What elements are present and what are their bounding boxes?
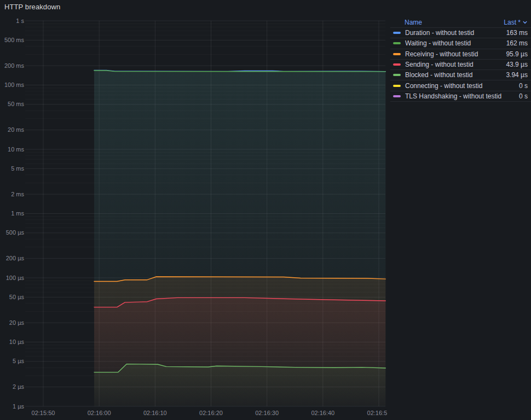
y-axis-labels: 1 s500 ms200 ms100 ms50 ms20 ms10 ms5 ms… <box>4 18 25 410</box>
series-last-value: 0 s <box>515 92 528 100</box>
series-last-value: 0 s <box>515 82 528 90</box>
y-axis-tick-label: 5 µs <box>13 358 25 364</box>
chevron-down-icon <box>522 20 528 25</box>
series-last-value: 162 ms <box>502 39 528 47</box>
y-axis-tick-label: 10 µs <box>9 339 25 345</box>
y-axis-tick-label: 1 s <box>16 18 24 24</box>
series-label[interactable]: Blocked - without testid <box>405 71 501 79</box>
series-last-value: 43.9 µs <box>501 61 528 68</box>
x-axis-labels: 02:15:5002:16:0002:16:1002:16:2002:16:30… <box>32 410 391 416</box>
series-last-value: 3.94 µs <box>501 71 528 79</box>
y-axis-tick-label: 50 µs <box>9 294 25 300</box>
x-axis-tick-label: 02:16:20 <box>199 410 223 416</box>
x-axis-tick-label: 02:16:40 <box>311 410 334 416</box>
y-axis-tick-label: 50 ms <box>8 101 24 107</box>
series-color-swatch[interactable] <box>393 53 401 55</box>
y-axis-tick-label: 100 µs <box>6 275 25 281</box>
y-axis-tick-label: 100 ms <box>4 81 25 88</box>
legend-column-last-label: Last * <box>504 19 521 26</box>
legend-row: Blocked - without testid3.94 µs <box>390 70 531 80</box>
series-label[interactable]: Receiving - without testid <box>405 50 501 58</box>
series-color-swatch[interactable] <box>393 74 401 76</box>
y-axis-tick-label: 500 µs <box>6 229 25 236</box>
series-label[interactable]: Waiting - without testid <box>405 39 502 47</box>
series-color-swatch[interactable] <box>393 32 401 34</box>
y-axis-tick-label: 10 ms <box>8 146 24 153</box>
legend-column-last[interactable]: Last * <box>504 19 528 26</box>
y-axis-tick-label: 2 µs <box>13 383 25 390</box>
legend-row: Duration - without testid163 ms <box>390 28 531 38</box>
series-color-swatch[interactable] <box>393 42 401 44</box>
series-color-swatch[interactable] <box>393 85 401 87</box>
legend-table: Name Last * Duration - without testid163… <box>390 18 531 102</box>
legend-column-name[interactable]: Name <box>405 19 422 26</box>
series-last-value: 163 ms <box>502 29 528 37</box>
legend-row: Sending - without testid43.9 µs <box>390 60 531 70</box>
x-axis-tick-label: 02:16:50 <box>367 410 391 416</box>
series-label[interactable]: Sending - without testid <box>405 61 501 68</box>
x-axis-tick-label: 02:16:10 <box>143 410 167 416</box>
x-axis-tick-label: 02:16:00 <box>88 410 111 416</box>
legend-row: Connecting - without testid0 s <box>390 80 531 91</box>
series-label[interactable]: Duration - without testid <box>405 29 502 37</box>
legend-header: Name Last * <box>390 18 531 28</box>
y-axis-tick-label: 1 ms <box>11 210 24 217</box>
legend-row: Waiting - without testid162 ms <box>390 38 531 49</box>
legend-row: TLS Handshaking - without testid0 s <box>390 91 531 102</box>
y-axis-tick-label: 5 ms <box>11 165 24 172</box>
y-axis-tick-label: 2 ms <box>11 191 24 197</box>
x-axis-tick-label: 02:15:50 <box>32 410 55 416</box>
series-last-value: 95.9 µs <box>501 50 528 58</box>
y-axis-tick-label: 200 ms <box>4 62 25 69</box>
series-area <box>94 364 385 406</box>
x-axis-tick-label: 02:16:30 <box>255 410 279 416</box>
y-axis-tick-label: 500 ms <box>4 37 25 43</box>
series-color-swatch[interactable] <box>393 63 401 66</box>
y-axis-tick-label: 20 ms <box>8 126 24 133</box>
y-axis-tick-label: 200 µs <box>6 255 25 261</box>
y-axis-tick-label: 20 µs <box>9 319 25 326</box>
series-label[interactable]: Connecting - without testid <box>405 82 515 90</box>
legend-rows: Duration - without testid163 msWaiting -… <box>390 28 531 102</box>
y-axis-tick-label: 1 µs <box>13 403 25 410</box>
series-label[interactable]: TLS Handshaking - without testid <box>405 92 515 100</box>
series-color-swatch[interactable] <box>393 95 401 97</box>
series-fills <box>94 70 385 406</box>
legend-row: Receiving - without testid95.9 µs <box>390 49 531 60</box>
